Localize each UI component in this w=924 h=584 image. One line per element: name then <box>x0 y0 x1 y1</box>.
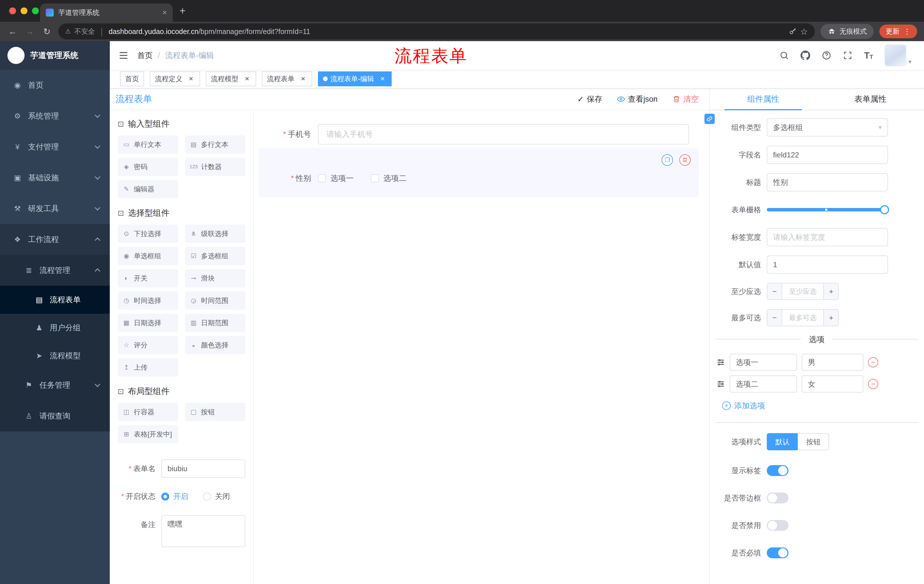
palette-item[interactable]: ◐开关 <box>118 269 178 288</box>
close-icon[interactable]: × <box>243 75 251 83</box>
tag-item[interactable]: 流程模型× <box>206 71 256 86</box>
max-select-input[interactable] <box>782 310 823 326</box>
option-label-input[interactable] <box>729 354 797 371</box>
back-button[interactable]: ← <box>7 26 18 36</box>
font-size-icon[interactable]: TT <box>864 51 873 60</box>
palette-item[interactable]: 123计数器 <box>185 158 245 176</box>
view-json-button[interactable]: 查看json <box>617 94 658 104</box>
update-button[interactable]: 更新 ⋮ <box>879 25 917 38</box>
copy-field-button[interactable]: ❐ <box>662 154 673 166</box>
sidebar-item[interactable]: ➤流程模型 <box>0 342 110 370</box>
zoom-window-button[interactable] <box>32 7 39 14</box>
tag-item[interactable]: 流程表单× <box>262 71 312 86</box>
status-radio-on[interactable]: 开启 <box>161 492 188 502</box>
toggle-switch[interactable] <box>767 465 789 476</box>
checkbox-option[interactable]: 选项二 <box>371 173 406 183</box>
palette-item[interactable]: ☆评分 <box>118 336 178 354</box>
palette-item[interactable]: ▭单行文本 <box>118 135 178 154</box>
link-button[interactable] <box>705 114 715 124</box>
option-value-input[interactable] <box>802 375 863 393</box>
palette-item[interactable]: ↥上传 <box>118 358 178 377</box>
close-icon[interactable]: × <box>378 75 386 83</box>
github-icon[interactable] <box>800 51 810 60</box>
palette-item[interactable]: ⊸滑块 <box>185 269 245 288</box>
palette-item[interactable]: ◷时间选择 <box>118 291 178 310</box>
drag-handle[interactable] <box>716 358 725 367</box>
palette-item[interactable]: ☑多选框组 <box>185 247 245 265</box>
tag-item[interactable]: 首页 <box>120 71 144 86</box>
remove-option-button[interactable]: − <box>868 357 878 367</box>
sidebar-toggle-button[interactable] <box>110 51 137 60</box>
palette-item[interactable]: ◒颜色选择 <box>185 336 245 354</box>
remove-option-button[interactable]: − <box>868 379 878 389</box>
tag-item[interactable]: 流程表单-编辑× <box>318 71 392 86</box>
breadcrumb-home[interactable]: 首页 <box>137 50 153 61</box>
save-button[interactable]: ✓ 保存 <box>577 94 602 104</box>
palette-item[interactable]: ▦日期选择 <box>118 314 178 332</box>
checkbox-icon[interactable] <box>318 174 326 182</box>
phone-input[interactable] <box>318 124 689 145</box>
add-option-button[interactable]: + 添加选项 <box>710 401 924 411</box>
search-icon[interactable] <box>779 51 789 60</box>
menu-dots-icon[interactable]: ⋮ <box>903 27 911 36</box>
palette-item[interactable]: ◉单选框组 <box>118 247 178 265</box>
drag-handle[interactable] <box>716 380 725 388</box>
title-input[interactable] <box>767 173 888 191</box>
sidebar-item[interactable]: ❖工作流程 <box>0 224 110 255</box>
toggle-switch[interactable] <box>767 548 789 558</box>
address-bar[interactable]: ⚠ 不安全 | dashboard.yudao.iocoder.cn/bpm/m… <box>58 23 815 39</box>
app-logo[interactable]: 芋道管理系统 <box>0 41 110 70</box>
minimize-window-button[interactable] <box>21 7 28 14</box>
palette-item[interactable]: ▥日期范围 <box>185 314 245 332</box>
palette-item[interactable]: ▤多行文本 <box>185 135 245 154</box>
sidebar-item[interactable]: ▣基础设施 <box>0 162 110 193</box>
sidebar-item[interactable]: ≣流程管理 <box>0 255 110 286</box>
fullscreen-icon[interactable] <box>843 51 853 60</box>
increase-button[interactable]: + <box>823 310 838 326</box>
toggle-switch[interactable] <box>767 493 789 503</box>
browser-tab[interactable]: 芋道管理系统 × <box>40 3 173 22</box>
option-label-input[interactable] <box>729 375 797 393</box>
sidebar-item[interactable]: ▤流程表单 <box>0 286 110 314</box>
sidebar-item[interactable]: ♟用户分组 <box>0 314 110 342</box>
sidebar-item[interactable]: ⚑任务管理 <box>0 370 110 401</box>
decrease-button[interactable]: − <box>767 283 782 299</box>
palette-item[interactable]: ▢按钮 <box>185 403 245 421</box>
default-value-input[interactable] <box>767 255 888 274</box>
password-key-icon[interactable] <box>789 28 797 35</box>
close-icon[interactable]: × <box>187 75 195 83</box>
tab-close-icon[interactable]: × <box>162 8 167 17</box>
tab-form-props[interactable]: 表单属性 <box>817 89 924 110</box>
user-menu[interactable]: ▾ <box>884 44 911 66</box>
palette-item[interactable]: ✎编辑器 <box>118 180 178 198</box>
label-width-input[interactable] <box>767 228 888 246</box>
increase-button[interactable]: + <box>823 283 838 299</box>
style-option-button[interactable]: 按钮 <box>798 433 829 450</box>
avatar[interactable] <box>884 44 906 66</box>
palette-item[interactable]: ⊙下拉选择 <box>118 225 178 243</box>
decrease-button[interactable]: − <box>767 310 782 326</box>
tab-component-props[interactable]: 组件属性 <box>710 89 817 110</box>
palette-item[interactable]: ⊞表格[开发中] <box>118 425 178 443</box>
close-window-button[interactable] <box>9 7 16 14</box>
sidebar-item[interactable]: ⚒研发工具 <box>0 193 110 224</box>
toggle-switch[interactable] <box>767 520 789 531</box>
remark-textarea[interactable]: 嘿嘿 <box>161 515 245 547</box>
sidebar-item[interactable]: ⚙系统管理 <box>0 100 110 132</box>
palette-item[interactable]: ◫行容器 <box>118 403 178 421</box>
min-select-input[interactable] <box>782 283 823 299</box>
slider-handle[interactable] <box>880 205 889 214</box>
tag-item[interactable]: 流程定义× <box>150 71 200 86</box>
option-value-input[interactable] <box>802 354 863 371</box>
sidebar-item[interactable]: ¥支付管理 <box>0 132 110 162</box>
checkbox-option[interactable]: 选项一 <box>318 173 354 183</box>
status-radio-off[interactable]: 关闭 <box>203 492 230 502</box>
bookmark-star-icon[interactable]: ☆ <box>800 26 808 36</box>
field-name-input[interactable] <box>767 146 888 164</box>
style-option-button[interactable]: 默认 <box>767 433 798 450</box>
reload-button[interactable]: ↻ <box>41 26 53 36</box>
palette-item[interactable]: ⋔级联选择 <box>185 225 245 243</box>
sidebar-item[interactable]: ◉首页 <box>0 70 110 100</box>
close-icon[interactable]: × <box>299 75 307 83</box>
form-name-input[interactable] <box>161 459 245 478</box>
